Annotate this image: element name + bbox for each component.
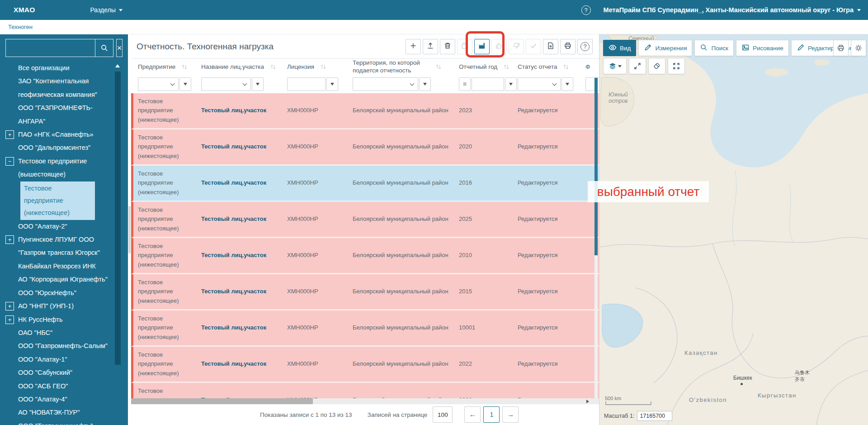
filter-dropdown-button[interactable] xyxy=(326,77,338,91)
table-row-3[interactable]: Тестовое предприятие (нижестоящее)Тестов… xyxy=(131,166,599,202)
map-tab-поиск[interactable]: Поиск xyxy=(694,40,733,56)
scale-input[interactable] xyxy=(637,411,672,421)
next-page-button[interactable]: → xyxy=(502,406,519,423)
cell-license-site-link[interactable]: Тестовый лиц.участок xyxy=(201,215,287,224)
print-button[interactable] xyxy=(560,39,576,54)
filter-select[interactable] xyxy=(138,77,179,91)
help-icon[interactable]: ? xyxy=(581,5,591,15)
sidebar-item-4[interactable]: +ПАО «НГК «Славнефть» xyxy=(0,128,114,141)
current-page-button[interactable]: 1 xyxy=(483,406,500,423)
user-menu[interactable]: МетаПрайм СПб Суперадмин_, Ханты-Мансийс… xyxy=(604,6,861,14)
filter-dropdown-button[interactable] xyxy=(505,77,517,91)
column-header-7[interactable]: Ф xyxy=(585,63,599,71)
cell-license-site-link[interactable]: Тестовый лиц.участок xyxy=(201,251,287,260)
column-header-5[interactable]: Отчетный год xyxy=(459,63,518,72)
map-tab-рисование[interactable]: Рисование xyxy=(736,40,789,56)
scrollbar-thumb[interactable] xyxy=(131,398,313,404)
table-row-2[interactable]: Тестовое предприятие (нижестоящее)Тестов… xyxy=(131,129,599,166)
table-vertical-scrollbar[interactable] xyxy=(594,78,598,398)
filter-input[interactable] xyxy=(472,77,504,91)
filter-select[interactable] xyxy=(201,77,251,91)
expand-icon[interactable]: + xyxy=(5,130,14,139)
pan-zoom-button[interactable] xyxy=(629,58,646,74)
full-extent-button[interactable] xyxy=(668,58,685,74)
delete-button[interactable] xyxy=(440,39,455,54)
sort-icon[interactable] xyxy=(435,63,442,72)
sidebar-item-11[interactable]: АО "Корпорация Югранефть" xyxy=(0,273,114,286)
column-header-6[interactable]: Статус отчета xyxy=(518,63,585,72)
sidebar-item-3[interactable]: ООО "ГАЗПРОМНЕФТЬ-АНГАРА" xyxy=(0,101,114,128)
table-horizontal-scrollbar[interactable] xyxy=(131,398,599,404)
table-row-9[interactable]: Тестовое предприятие (нижестоящее)Тестов… xyxy=(131,383,599,398)
sidebar-item-14[interactable]: +НК РуссНефть xyxy=(0,313,114,326)
cell-license-site-link[interactable]: Тестовый лиц.участок xyxy=(201,287,287,296)
search-input[interactable] xyxy=(6,44,95,52)
sort-icon[interactable] xyxy=(181,63,188,72)
sidebar-item-21[interactable]: АО "НОВАТЭК-ПУР" xyxy=(0,406,114,419)
panel-splitter[interactable] xyxy=(128,34,131,425)
sidebar-item-22[interactable]: ООО "Тортасинскнефть" xyxy=(0,420,114,425)
sidebar-item-7[interactable]: Тестовое предприятие (нижестоящее) xyxy=(20,181,95,220)
cell-license-site-link[interactable]: Тестовый лиц.участок xyxy=(201,359,287,368)
filter-select[interactable] xyxy=(518,77,561,91)
filter-operator[interactable]: = xyxy=(459,77,471,91)
sidebar-item-13[interactable]: +АО "ННП" (УНП-1) xyxy=(0,300,114,313)
table-row-1[interactable]: Тестовое предприятие (нижестоящее)Тестов… xyxy=(131,93,599,129)
table-row-8[interactable]: Тестовое предприятие (нижестоящее)Тестов… xyxy=(131,347,599,383)
sidebar-item-10[interactable]: КанБайкал Резорсез ИНК xyxy=(0,260,114,273)
app-logo[interactable]: ХМАО xyxy=(14,6,35,14)
filter-dropdown-button[interactable] xyxy=(179,77,191,91)
sidebar-item-1[interactable]: Все организации xyxy=(0,62,114,75)
map-panel[interactable]: Северный Южный остров Казақстан Бишкек К… xyxy=(599,34,868,425)
search-button[interactable] xyxy=(95,39,113,57)
filter-select[interactable] xyxy=(353,77,418,91)
filter-dropdown-button[interactable] xyxy=(419,77,431,91)
splitter-handle[interactable] xyxy=(128,206,131,253)
clear-search-button[interactable]: × xyxy=(116,39,123,57)
upload-button[interactable] xyxy=(423,39,438,54)
cell-license-site-link[interactable]: Тестовый лиц.участок xyxy=(201,178,287,187)
table-row-4[interactable]: Тестовое предприятие (нижестоящее)Тестов… xyxy=(131,202,599,238)
map-tab-вид[interactable]: Вид xyxy=(603,40,636,56)
cell-license-site-link[interactable]: Тестовый лиц.участок xyxy=(201,142,287,151)
per-page-input[interactable] xyxy=(433,406,453,423)
sort-icon[interactable] xyxy=(320,63,327,72)
sidebar-item-9[interactable]: +Пунгинское ЛПУМГ ООО "Газпром трансгаз … xyxy=(0,233,114,260)
sidebar-item-17[interactable]: ООО "Алатау-1" xyxy=(0,353,114,366)
technogenic-load-button[interactable] xyxy=(474,39,490,54)
sidebar-item-8[interactable]: ООО "Алатау-2" xyxy=(0,220,114,233)
column-header-4[interactable]: Территория, по которой подается отчетнос… xyxy=(353,59,459,75)
sidebar-item-20[interactable]: ООО "Алатау-4" xyxy=(0,393,114,406)
collapse-icon[interactable]: − xyxy=(5,157,14,166)
table-row-5[interactable]: Тестовое предприятие (нижестоящее)Тестов… xyxy=(131,238,599,274)
column-header-3[interactable]: Лицензия xyxy=(287,63,353,72)
sidebar-item-19[interactable]: ООО "АСБ ГЕО" xyxy=(0,380,114,393)
sort-icon[interactable] xyxy=(503,63,510,72)
scrollbar-thumb[interactable] xyxy=(594,78,598,255)
cell-license-site-link[interactable]: Тестовый лиц.участок xyxy=(201,323,287,332)
eraser-button[interactable] xyxy=(648,58,665,74)
sidebar-item-12[interactable]: ООО "ЮрскНефть" xyxy=(0,287,114,300)
column-header-2[interactable]: Название лиц.участка xyxy=(201,63,287,72)
prev-page-button[interactable]: ← xyxy=(464,406,481,423)
filter-dropdown-button[interactable] xyxy=(561,77,573,91)
filter-dropdown-button[interactable] xyxy=(252,77,264,91)
sort-icon[interactable] xyxy=(269,63,277,72)
sidebar-item-2[interactable]: ЗАО "Континентальная геофизическая компа… xyxy=(0,75,114,101)
table-row-6[interactable]: Тестовое предприятие (нижестоящее)Тестов… xyxy=(131,274,599,310)
sidebar-item-18[interactable]: ООО "Сабунский" xyxy=(0,366,114,379)
sidebar-item-6[interactable]: −Тестовое предприятие (вышестоящее) xyxy=(0,155,114,181)
column-header-1[interactable]: Предприятие xyxy=(138,63,201,72)
layers-button[interactable] xyxy=(603,58,627,74)
expand-icon[interactable]: + xyxy=(5,235,14,244)
expand-icon[interactable]: + xyxy=(5,315,14,324)
map-tab-измерения[interactable]: Измерения xyxy=(638,40,692,56)
help-button[interactable]: ? xyxy=(577,39,593,54)
map-print-button[interactable] xyxy=(833,40,849,56)
table-row-7[interactable]: Тестовое предприятие (нижестоящее)Тестов… xyxy=(131,310,599,347)
export-excel-button[interactable] xyxy=(543,39,558,54)
scrollbar-thumb[interactable] xyxy=(115,72,121,365)
sidebar-item-15[interactable]: ОАО "НБС" xyxy=(0,326,114,339)
filter-input[interactable] xyxy=(287,77,326,91)
sidebar-item-5[interactable]: ООО "Дальпромсинтез" xyxy=(0,141,114,154)
